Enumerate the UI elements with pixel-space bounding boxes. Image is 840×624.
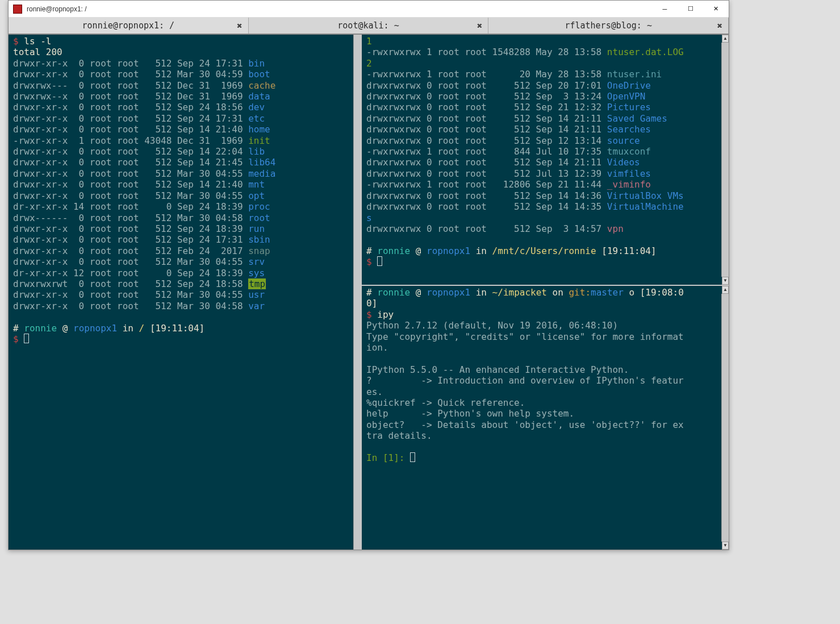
content-area: ▲ ▼ $ ls -l total 200 drwxr-xr-x 0 root …: [9, 35, 729, 550]
scroll-up-icon[interactable]: ▲: [722, 286, 729, 294]
tab-label: ronnie@ropnopx1: /: [82, 20, 175, 31]
minimize-button[interactable]: ─: [652, 1, 678, 17]
tab-label: rflathers@blog: ~: [565, 20, 652, 31]
scroll-down-icon[interactable]: ▼: [722, 277, 729, 285]
app-window: ronnie@ropnopx1: / ─ ☐ ✕ ronnie@ropnopx1…: [8, 0, 729, 550]
tab-label: root@kali: ~: [337, 20, 399, 31]
left-terminal[interactable]: $ ls -l total 200 drwxr-xr-x 0 root root…: [9, 35, 361, 347]
tab-blog[interactable]: rflathers@blog: ~ ✖: [488, 18, 729, 34]
bottom-terminal[interactable]: # ronnie @ ropnopx1 in ~/impacket on git…: [362, 286, 729, 466]
top-terminal[interactable]: 1 -rwxrwxrwx 1 root root 1548288 May 28 …: [362, 35, 729, 270]
scroll-up-icon[interactable]: ▲: [354, 35, 361, 43]
top-terminal-pane[interactable]: ▲ ▼ 1 -rwxrwxrwx 1 root root 1548288 May…: [362, 35, 729, 285]
tab-close-icon[interactable]: ✖: [477, 20, 483, 31]
right-column: ▲ ▼ 1 -rwxrwxrwx 1 root root 1548288 May…: [361, 35, 729, 550]
tab-close-icon[interactable]: ✖: [717, 20, 722, 31]
tab-ronnie[interactable]: ronnie@ropnopx1: / ✖: [9, 18, 249, 34]
bottom-terminal-pane[interactable]: ▲ ▼ # ronnie @ ropnopx1 in ~/impacket on…: [362, 285, 729, 550]
left-terminal-pane[interactable]: ▲ ▼ $ ls -l total 200 drwxr-xr-x 0 root …: [9, 35, 361, 550]
tab-kali[interactable]: root@kali: ~ ✖: [249, 18, 489, 34]
tab-close-icon[interactable]: ✖: [237, 20, 243, 31]
scroll-down-icon[interactable]: ▼: [354, 542, 361, 550]
app-icon: [13, 5, 22, 14]
maximize-button[interactable]: ☐: [678, 1, 703, 17]
tab-bar: ronnie@ropnopx1: / ✖ root@kali: ~ ✖ rfla…: [9, 18, 729, 35]
scroll-down-icon[interactable]: ▼: [722, 542, 729, 550]
window-controls: ─ ☐ ✕: [652, 1, 729, 17]
scroll-up-icon[interactable]: ▲: [722, 35, 729, 43]
close-button[interactable]: ✕: [703, 1, 729, 17]
titlebar[interactable]: ronnie@ropnopx1: / ─ ☐ ✕: [9, 1, 729, 18]
window-title: ronnie@ropnopx1: /: [27, 5, 652, 13]
